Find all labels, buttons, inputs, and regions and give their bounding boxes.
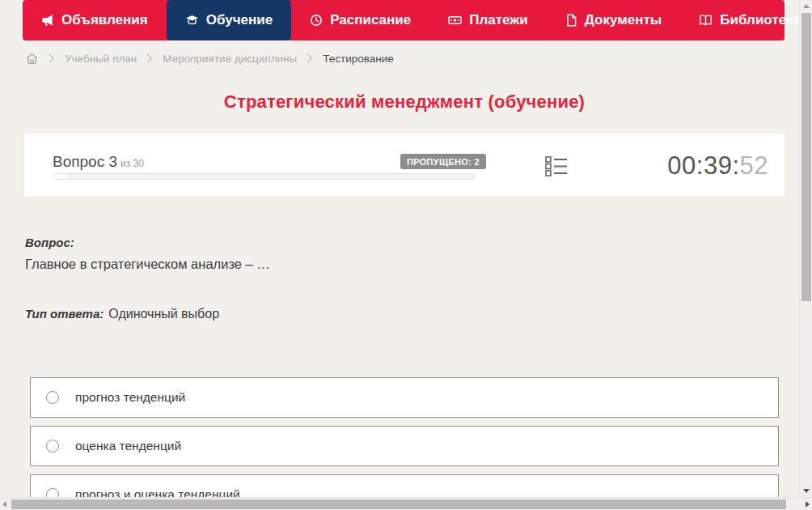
question-number: Вопрос 3из 30 xyxy=(53,153,144,171)
horizontal-scrollbar-thumb[interactable] xyxy=(11,499,786,509)
breadcrumb-item-testing: Тестирование xyxy=(323,53,394,65)
nav-item-announcements[interactable]: Объявления xyxy=(23,0,167,40)
horizontal-scrollbar[interactable] xyxy=(0,497,812,510)
vertical-scrollbar[interactable] xyxy=(799,0,812,497)
timer-colon: : xyxy=(732,151,739,180)
home-icon[interactable] xyxy=(25,52,39,66)
breadcrumb-item-study-plan[interactable]: Учебный план xyxy=(65,53,137,65)
question-header-card: Вопрос 3из 30 ПРОПУЩЕНО: 2 00:39:52 xyxy=(24,134,785,197)
scroll-left-arrow-icon[interactable] xyxy=(2,501,6,508)
answer-option-2[interactable]: оценка тенденций xyxy=(30,426,779,466)
nav-item-label: Расписание xyxy=(330,12,411,28)
breadcrumb: Учебный план Мероприятие дисциплины Тест… xyxy=(25,50,394,66)
megaphone-icon xyxy=(41,14,54,27)
nav-item-label: Обучение xyxy=(206,12,273,28)
open-book-icon xyxy=(699,14,713,27)
nav-item-library[interactable]: Библиотека xyxy=(680,0,812,40)
document-icon xyxy=(565,14,577,27)
nav-item-learning[interactable]: Обучение xyxy=(167,0,291,40)
nav-item-label: Платежи xyxy=(469,12,528,28)
vertical-scrollbar-thumb[interactable] xyxy=(801,13,811,301)
question-progress-fill xyxy=(53,174,70,179)
banknote-icon xyxy=(448,14,462,27)
clock-icon xyxy=(310,14,323,27)
chevron-right-icon xyxy=(146,53,153,63)
skipped-badge: ПРОПУЩЕНО: 2 xyxy=(400,154,486,169)
question-progress-bar xyxy=(53,173,475,180)
question-text: Главное в стратегическом анализе – … xyxy=(25,257,777,272)
timer-hours-minutes: 00:39 xyxy=(667,151,732,180)
scroll-right-arrow-icon[interactable] xyxy=(806,501,810,508)
answer-options: прогноз тенденций оценка тенденций прогн… xyxy=(30,377,779,510)
nav-item-label: Документы xyxy=(585,12,662,28)
answer-type-label: Тип ответа: xyxy=(25,307,104,321)
scroll-up-arrow-icon[interactable] xyxy=(803,4,810,8)
answer-type-row: Тип ответа:Одиночный выбор xyxy=(25,307,777,321)
page-title: Стратегический менеджмент (обучение) xyxy=(0,91,809,113)
answer-type-value: Одиночный выбор xyxy=(108,307,219,321)
answer-option-label: оценка тенденций xyxy=(75,439,181,453)
question-label: Вопрос: xyxy=(25,236,777,249)
nav-item-label: Библиотека xyxy=(720,12,801,28)
timer-seconds: 52 xyxy=(740,151,768,180)
breadcrumb-item-discipline-event[interactable]: Мероприятие дисциплины xyxy=(163,53,297,65)
main-nav: Объявления Обучение Расписание Платежи Д… xyxy=(23,0,785,40)
page-viewport: Объявления Обучение Расписание Платежи Д… xyxy=(0,0,812,510)
nav-item-payments[interactable]: Платежи xyxy=(429,0,547,40)
chevron-right-icon xyxy=(307,53,313,63)
timer: 00:39:52 xyxy=(667,151,768,181)
question-number-label: Вопрос 3 xyxy=(53,153,117,170)
graduation-cap-icon xyxy=(185,14,199,27)
nav-item-documents[interactable]: Документы xyxy=(547,0,681,40)
chevron-right-icon xyxy=(49,53,55,63)
question-total-label: из 30 xyxy=(121,158,144,169)
radio-button[interactable] xyxy=(46,391,59,404)
answer-option-1[interactable]: прогноз тенденций xyxy=(30,377,779,418)
nav-item-label: Объявления xyxy=(61,12,148,28)
question-list-icon[interactable] xyxy=(545,155,568,181)
answer-option-label: прогноз тенденций xyxy=(75,390,185,405)
scroll-down-arrow-icon[interactable] xyxy=(803,489,810,493)
nav-item-schedule[interactable]: Расписание xyxy=(291,0,429,40)
question-body: Вопрос: Главное в стратегическом анализе… xyxy=(25,236,777,321)
radio-button[interactable] xyxy=(46,440,59,453)
